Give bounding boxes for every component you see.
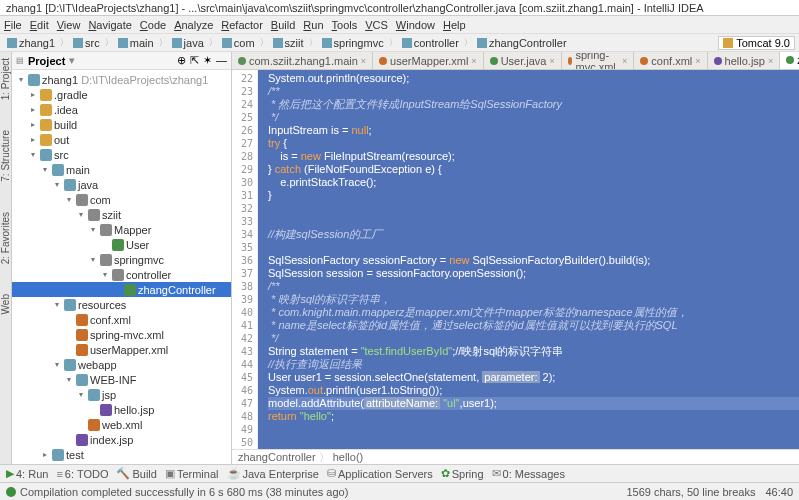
tree-node-zhangcontroller[interactable]: zhangController [12, 282, 231, 297]
breadcrumb-src[interactable]: src [70, 37, 103, 49]
status-chars: 1569 chars, 50 line breaks [626, 486, 755, 498]
tree-node-springmvc[interactable]: ▾springmvc [12, 252, 231, 267]
breadcrumb-zhangController[interactable]: zhangController [474, 37, 570, 49]
rail-project[interactable]: 1: Project [0, 58, 11, 100]
collapse-icon[interactable]: ▤ [16, 56, 24, 65]
tool-messages[interactable]: ✉0: Messages [492, 467, 565, 480]
tree-node-usermapperxml[interactable]: userMapper.xml [12, 342, 231, 357]
tree-node-user[interactable]: User [12, 237, 231, 252]
editor-crumb-1[interactable]: hello() [333, 451, 364, 463]
menu-file[interactable]: File [4, 19, 22, 31]
tree-node-webapp[interactable]: ▾webapp [12, 357, 231, 372]
tree-node-zhang1[interactable]: ▾zhang1 D:\IT\IdeaProjects\zhang1 [12, 72, 231, 87]
tree-node-indexjsp[interactable]: index.jsp [12, 432, 231, 447]
tool-run[interactable]: ▶4: Run [6, 467, 48, 480]
tree-node-webxml[interactable]: web.xml [12, 417, 231, 432]
tree-node-gradle[interactable]: ▸.gradle [12, 87, 231, 102]
close-tab-icon[interactable]: × [471, 56, 476, 66]
breadcrumb-main[interactable]: main [115, 37, 157, 49]
close-tab-icon[interactable]: × [361, 56, 366, 66]
close-tab-icon[interactable]: × [622, 56, 627, 66]
menu-run[interactable]: Run [303, 19, 323, 31]
tree-node-out[interactable]: ▸out [12, 132, 231, 147]
tree-node-webinf[interactable]: ▾WEB-INF [12, 372, 231, 387]
tab-confxml[interactable]: conf.xml× [634, 52, 707, 69]
tool-icon: ▣ [165, 467, 175, 480]
folder-icon [76, 374, 88, 386]
project-tree[interactable]: ▾zhang1 D:\IT\IdeaProjects\zhang1▸.gradl… [12, 70, 231, 464]
tree-node-confxml[interactable]: conf.xml [12, 312, 231, 327]
tree-node-test[interactable]: ▸test [12, 447, 231, 462]
tree-node-com[interactable]: ▾com [12, 192, 231, 207]
tree-node-jsp[interactable]: ▾jsp [12, 387, 231, 402]
breadcrumb-sziit[interactable]: sziit [270, 37, 307, 49]
xml-icon [76, 344, 88, 356]
breadcrumb-java[interactable]: java [169, 37, 207, 49]
breadcrumb-com[interactable]: com [219, 37, 258, 49]
folder-o-icon [40, 134, 52, 146]
project-panel-header[interactable]: ▤ Project ▾ ⊕ ⇱ ✶ — [12, 52, 231, 70]
jsp-icon [100, 404, 112, 416]
close-tab-icon[interactable]: × [549, 56, 554, 66]
hide-icon[interactable]: — [216, 54, 227, 67]
tool-icon: 🔨 [116, 467, 130, 480]
menu-view[interactable]: View [57, 19, 81, 31]
menu-refactor[interactable]: Refactor [221, 19, 263, 31]
tab-zhangcontrollerjava[interactable]: zhangController.java× [780, 52, 799, 69]
editor-crumb-0[interactable]: zhangController [238, 451, 316, 463]
tool-build[interactable]: 🔨Build [116, 467, 156, 480]
tab-usermapperxml[interactable]: userMapper.xml× [373, 52, 484, 69]
tool-spring[interactable]: ✿Spring [441, 467, 484, 480]
folder-icon [52, 449, 64, 461]
breadcrumb-zhang1[interactable]: zhang1 [4, 37, 58, 49]
editor-breadcrumb[interactable]: zhangController〉hello() [232, 449, 799, 464]
xml-icon [76, 314, 88, 326]
tree-node-controller[interactable]: ▾controller [12, 267, 231, 282]
tab-springmvcxml[interactable]: spring-mvc.xml× [562, 52, 635, 69]
menu-code[interactable]: Code [140, 19, 166, 31]
menu-tools[interactable]: Tools [332, 19, 358, 31]
menu-edit[interactable]: Edit [30, 19, 49, 31]
tree-node-springmvcxml[interactable]: spring-mvc.xml [12, 327, 231, 342]
menu-window[interactable]: Window [396, 19, 435, 31]
tree-node-mapper[interactable]: ▾Mapper [12, 222, 231, 237]
tab-hellojsp[interactable]: hello.jsp× [708, 52, 781, 69]
close-tab-icon[interactable]: × [695, 56, 700, 66]
xml-icon [76, 329, 88, 341]
menu-analyze[interactable]: Analyze [174, 19, 213, 31]
breadcrumb-springmvc[interactable]: springmvc [319, 37, 387, 49]
tool-javaenterprise[interactable]: ☕Java Enterprise [227, 467, 319, 480]
tool-icon: ▶ [6, 467, 14, 480]
left-tool-rail: 1: Project7: Structure2: FavoritesWeb [0, 52, 12, 464]
locate-icon[interactable]: ⊕ [177, 54, 186, 67]
settings-icon[interactable]: ✶ [203, 54, 212, 67]
tree-node-build[interactable]: ▸build [12, 117, 231, 132]
rail-favorites[interactable]: 2: Favorites [0, 212, 11, 264]
tree-node-idea[interactable]: ▸.idea [12, 102, 231, 117]
rail-web[interactable]: Web [0, 294, 11, 314]
tree-node-main[interactable]: ▾main [12, 162, 231, 177]
collapse-all-icon[interactable]: ⇱ [190, 54, 199, 67]
status-bar: Compilation completed successfully in 6 … [0, 482, 799, 500]
tool-todo[interactable]: ≡6: TODO [56, 468, 108, 480]
tab-userjava[interactable]: User.java× [484, 52, 562, 69]
menu-navigate[interactable]: Navigate [88, 19, 131, 31]
tool-terminal[interactable]: ▣Terminal [165, 467, 219, 480]
tab-comsziitzhang1main[interactable]: com.sziit.zhang1.main× [232, 52, 373, 69]
tree-node-java[interactable]: ▾java [12, 177, 231, 192]
code-content[interactable]: System.out.println(resource);/** * 然后把这个… [258, 70, 799, 449]
tree-node-src[interactable]: ▾src [12, 147, 231, 162]
close-tab-icon[interactable]: × [768, 56, 773, 66]
tree-node-resources[interactable]: ▾resources [12, 297, 231, 312]
rail-structure[interactable]: 7: Structure [0, 130, 11, 182]
tree-node-hellojsp[interactable]: hello.jsp [12, 402, 231, 417]
code-editor[interactable]: 22 23 24 25 26 27 28 29 30 31 32 33 34 3… [232, 70, 799, 449]
folder-icon [28, 74, 40, 86]
run-config-dropdown[interactable]: Tomcat 9.0 [718, 36, 795, 50]
menu-build[interactable]: Build [271, 19, 295, 31]
menu-vcs[interactable]: VCS [365, 19, 388, 31]
tree-node-sziit[interactable]: ▾sziit [12, 207, 231, 222]
menu-help[interactable]: Help [443, 19, 466, 31]
breadcrumb-controller[interactable]: controller [399, 37, 462, 49]
tool-applicationservers[interactable]: ⛁Application Servers [327, 467, 433, 480]
